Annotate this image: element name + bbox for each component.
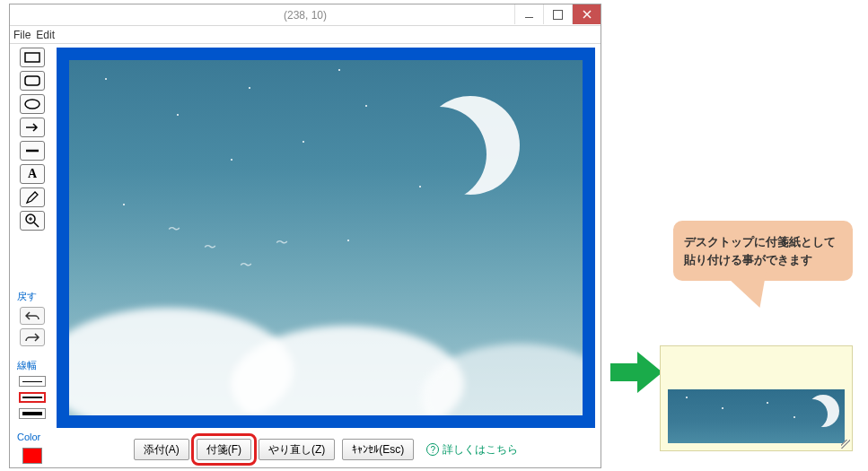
tool-ellipse[interactable] xyxy=(20,94,45,114)
titlebar: (238, 10) xyxy=(10,4,601,26)
bottom-button-row: 添付(A) 付箋(F) やり直し(Z) ｷｬﾝｾﾙ(Esc) ? 詳しくはこちら xyxy=(57,428,595,464)
tool-rectangle[interactable] xyxy=(20,48,45,67)
ellipse-icon xyxy=(24,99,40,109)
big-arrow-icon xyxy=(610,350,664,395)
menu-edit[interactable]: Edit xyxy=(36,29,55,41)
canvas-area: 〜 〜 〜 〜 添付(A) 付箋(F) やり直し(Z) ｷｬﾝｾﾙ(Esc) ?… xyxy=(55,44,601,467)
undo-icon xyxy=(25,310,39,321)
resize-grip-icon[interactable] xyxy=(841,440,850,449)
tool-column: A 戻す 線幅 Color xyxy=(10,44,55,467)
close-button[interactable] xyxy=(572,4,601,24)
arrow-icon xyxy=(24,122,40,133)
help-link-text: 詳しくはこちら xyxy=(443,442,518,458)
linewidth-medium[interactable] xyxy=(19,392,46,403)
cancel-button[interactable]: ｷｬﾝｾﾙ(Esc) xyxy=(342,439,414,460)
help-link[interactable]: ? 詳しくはこちら xyxy=(426,442,518,458)
sticky-image xyxy=(668,389,845,443)
rect-icon xyxy=(24,52,40,63)
tool-zoom[interactable] xyxy=(20,211,45,231)
color-swatch[interactable] xyxy=(22,448,42,464)
menubar: File Edit xyxy=(10,26,601,44)
zoom-icon xyxy=(25,214,39,228)
svg-rect-1 xyxy=(25,76,39,85)
svg-line-5 xyxy=(34,222,39,227)
app-window: (238, 10) File Edit xyxy=(9,4,601,468)
tool-pen[interactable] xyxy=(20,188,45,207)
callout-bubble: デスクトップに付箋紙として 貼り付ける事ができます xyxy=(673,221,853,281)
sticky-note-preview xyxy=(660,345,853,451)
svg-point-2 xyxy=(25,100,39,109)
callout-line-1: デスクトップに付箋紙として xyxy=(684,233,842,251)
redo-button[interactable] xyxy=(20,328,45,346)
callout-line-2: 貼り付ける事ができます xyxy=(684,251,842,269)
help-icon: ? xyxy=(426,443,439,456)
linewidth-label: 線幅 xyxy=(15,359,37,372)
body-area: A 戻す 線幅 Color xyxy=(10,44,601,467)
minimize-button[interactable] xyxy=(514,4,543,24)
window-title: (238, 10) xyxy=(284,9,327,22)
menu-file[interactable]: File xyxy=(13,29,31,41)
redo-icon xyxy=(25,332,39,343)
linewidth-thin[interactable] xyxy=(19,376,46,387)
svg-rect-0 xyxy=(25,53,39,62)
attach-button[interactable]: 添付(A) xyxy=(134,439,189,460)
tool-arrow[interactable] xyxy=(20,118,45,137)
pen-icon xyxy=(25,190,39,205)
canvas-frame: 〜 〜 〜 〜 xyxy=(57,48,595,428)
redo-action-button[interactable]: やり直し(Z) xyxy=(259,439,335,460)
canvas[interactable]: 〜 〜 〜 〜 xyxy=(69,60,583,415)
text-icon: A xyxy=(28,167,37,181)
window-controls xyxy=(514,4,601,24)
maximize-button[interactable] xyxy=(543,4,572,24)
line-icon xyxy=(24,145,40,156)
tool-rounded-rectangle[interactable] xyxy=(20,71,45,91)
tool-line[interactable] xyxy=(20,141,45,161)
rounded-rect-icon xyxy=(24,75,40,86)
undo-button[interactable] xyxy=(20,307,45,325)
color-label: Color xyxy=(15,432,40,442)
moon-icon xyxy=(807,395,839,427)
sticky-button[interactable]: 付箋(F) xyxy=(197,439,251,460)
undo-section-label: 戻す xyxy=(15,290,37,303)
moon-icon xyxy=(421,96,520,195)
linewidth-thick[interactable] xyxy=(19,408,46,419)
tool-text[interactable]: A xyxy=(20,164,45,184)
